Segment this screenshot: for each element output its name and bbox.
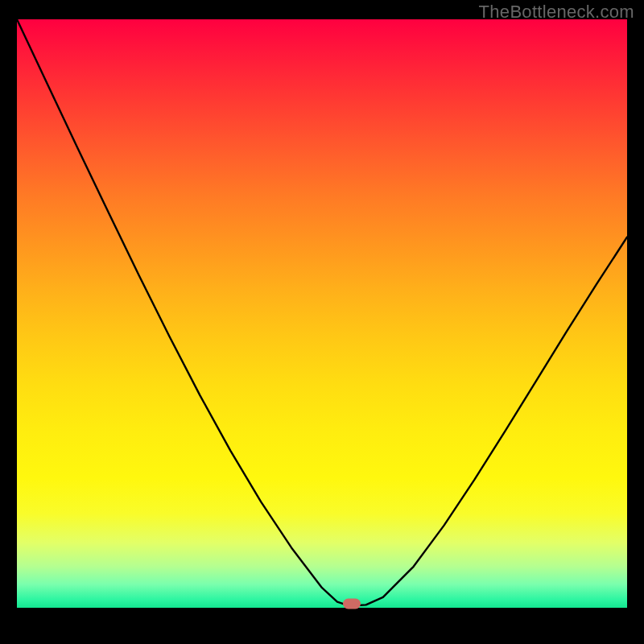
curve-path	[17, 19, 627, 605]
watermark-text: TheBottleneck.com	[479, 2, 634, 23]
plot-area	[17, 19, 627, 608]
minimum-marker	[343, 598, 361, 609]
chart-frame: TheBottleneck.com	[0, 0, 644, 644]
bottleneck-curve	[17, 19, 627, 608]
